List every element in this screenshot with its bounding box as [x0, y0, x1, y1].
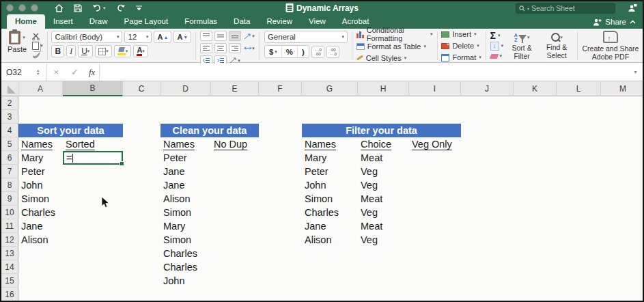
column-header-F[interactable]: F: [259, 81, 302, 96]
cell-G7[interactable]: Peter: [302, 165, 358, 178]
cell-D8[interactable]: Jane: [160, 178, 211, 192]
cell-H8[interactable]: Veg: [358, 178, 409, 192]
comma-format-button[interactable]: ): [298, 46, 309, 57]
row-header-12[interactable]: 12: [1, 233, 18, 247]
tab-review[interactable]: Review: [258, 14, 300, 29]
cell-G8[interactable]: John: [302, 178, 358, 192]
italic-button[interactable]: I: [66, 45, 76, 57]
decrease-decimal-button[interactable]: .00→.0: [326, 46, 339, 58]
row-header-14[interactable]: 14: [1, 260, 18, 274]
align-bottom-button[interactable]: [229, 31, 241, 41]
font-color-button[interactable]: A▾: [133, 45, 148, 57]
undo-button[interactable]: ▾: [92, 4, 106, 12]
tab-insert[interactable]: Insert: [45, 14, 81, 29]
sort-filter-button[interactable]: AZ▾ Sort & Filter: [506, 31, 537, 60]
fill-color-button[interactable]: ▾: [114, 45, 132, 57]
formula-bar-expand-icon[interactable]: ▼: [633, 70, 638, 74]
create-share-adobe-pdf-button[interactable]: Create and Share Adobe PDF: [580, 31, 641, 61]
cell-A11[interactable]: Jane: [18, 219, 63, 233]
tab-view[interactable]: View: [300, 14, 334, 29]
cell-G12[interactable]: Alison: [302, 233, 358, 247]
cell-A8[interactable]: John: [18, 178, 63, 192]
row-header-9[interactable]: 9: [1, 192, 18, 206]
zoom-window-button[interactable]: [31, 4, 38, 12]
align-middle-button[interactable]: [214, 31, 227, 41]
cell-G11[interactable]: Jane: [302, 219, 358, 233]
column-header-J[interactable]: J: [461, 81, 514, 96]
autosum-button[interactable]: Σ▾: [490, 31, 504, 40]
cell-D7[interactable]: Jane: [160, 165, 211, 178]
cell-A9[interactable]: Simon: [18, 192, 63, 206]
active-cell-B6[interactable]: =: [63, 151, 123, 165]
account-button[interactable]: [628, 3, 637, 15]
share-button[interactable]: Share: [593, 18, 636, 26]
select-all-corner[interactable]: [1, 81, 18, 96]
align-left-button[interactable]: [200, 43, 212, 53]
cell-A6[interactable]: Mary: [18, 151, 63, 165]
confirm-entry-button[interactable]: ✓: [71, 67, 79, 77]
tab-data[interactable]: Data: [225, 14, 258, 29]
row-header-4[interactable]: 4: [1, 124, 18, 137]
column-header-H[interactable]: H: [358, 81, 409, 96]
bold-button[interactable]: B: [51, 45, 64, 57]
row-header-6[interactable]: 6: [1, 151, 18, 165]
name-box[interactable]: O32: [1, 68, 36, 77]
column-header-B[interactable]: B: [63, 81, 123, 96]
align-top-button[interactable]: [200, 31, 212, 41]
cell-A10[interactable]: Charles: [18, 206, 63, 219]
increase-font-size-button[interactable]: A▲: [154, 31, 171, 43]
increase-decimal-button[interactable]: ←.0.00: [311, 46, 324, 58]
save-button[interactable]: [74, 4, 82, 12]
row-header-8[interactable]: 8: [1, 178, 18, 192]
currency-format-button[interactable]: $▾: [265, 46, 282, 57]
column-header-G[interactable]: G: [302, 81, 358, 96]
format-painter-button[interactable]: [32, 52, 43, 59]
clear-button[interactable]: ▾: [490, 52, 504, 61]
decrease-font-size-button[interactable]: A▼: [173, 31, 191, 43]
font-name-select[interactable]: Calibri (Body)▾: [51, 31, 122, 43]
cell-D11[interactable]: Mary: [160, 219, 211, 233]
format-as-table-button[interactable]: Format as Table▾: [356, 42, 433, 51]
row-header-2[interactable]: 2: [1, 96, 18, 110]
column-header-L[interactable]: L: [557, 81, 601, 96]
cell-D14[interactable]: Charles: [160, 260, 211, 274]
cell-H10[interactable]: Veg: [358, 206, 409, 219]
tab-formulas[interactable]: Formulas: [176, 14, 225, 29]
row-header-16[interactable]: 16: [1, 288, 18, 301]
font-size-select[interactable]: 12▾: [124, 31, 152, 43]
row-header-13[interactable]: 13: [1, 247, 18, 260]
column-header-C[interactable]: C: [123, 81, 160, 96]
align-right-button[interactable]: [229, 43, 241, 53]
row-header-7[interactable]: 7: [1, 165, 18, 178]
copy-button[interactable]: ▾: [32, 42, 43, 50]
merge-center-button[interactable]: ▾: [243, 43, 255, 53]
orientation-button[interactable]: ▾: [243, 31, 255, 41]
conditional-formatting-button[interactable]: Conditional Formatting▾: [356, 30, 433, 39]
row-header-5[interactable]: 5: [1, 137, 18, 151]
cell-D15[interactable]: John: [160, 274, 211, 288]
column-header-M[interactable]: M: [601, 81, 643, 96]
insert-function-button[interactable]: fx: [89, 67, 95, 78]
column-header-I[interactable]: I: [409, 81, 461, 96]
cell-A12[interactable]: Alison: [18, 233, 63, 247]
tab-page-layout[interactable]: Page Layout: [116, 14, 177, 29]
cell-G10[interactable]: Charles: [302, 206, 358, 219]
align-center-button[interactable]: [214, 43, 227, 53]
cell-H6[interactable]: Meat: [358, 151, 409, 165]
cell-A7[interactable]: Peter: [18, 165, 63, 178]
tab-draw[interactable]: Draw: [81, 14, 116, 29]
cell-D6[interactable]: Peter: [160, 151, 211, 165]
name-box-stepper[interactable]: ▲▼: [36, 69, 40, 76]
number-format-select[interactable]: General▾: [264, 31, 348, 43]
cell-H7[interactable]: Veg: [358, 165, 409, 178]
column-header-E[interactable]: E: [211, 81, 259, 96]
delete-cells-button[interactable]: Delete▾: [441, 42, 481, 50]
redo-button[interactable]: [116, 4, 126, 12]
cell-D13[interactable]: Charles: [160, 247, 211, 260]
row-header-3[interactable]: 3: [1, 110, 18, 124]
search-box[interactable]: ▾ Search Sheet: [516, 3, 615, 14]
find-select-button[interactable]: ▾ Find & Select: [540, 32, 573, 59]
cell-H12[interactable]: Veg: [358, 233, 409, 247]
insert-cells-button[interactable]: Insert▾: [441, 30, 481, 38]
fill-button[interactable]: ↓▾: [490, 42, 504, 51]
